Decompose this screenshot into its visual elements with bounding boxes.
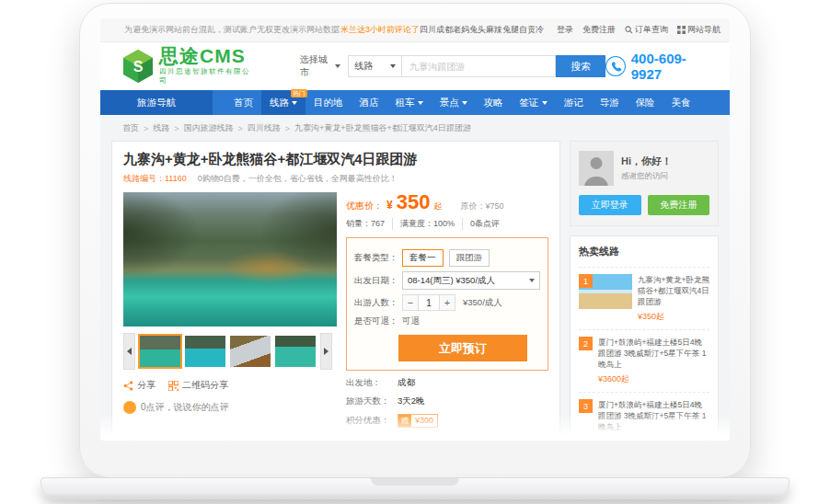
thumbs-next-button[interactable]: [320, 333, 332, 370]
breadcrumb: 首页 > 线路 > 国内旅游线路 > 四川线路 > 九寨沟+黄龙+卧龙熊猫谷+都…: [100, 115, 730, 141]
nav-item-routes[interactable]: 线路 热门: [261, 90, 305, 115]
announcement-text[interactable]: 四川成都老妈兔头麻辣兔腿自贡冷: [420, 25, 544, 34]
package-option-selected[interactable]: 套餐一: [402, 249, 444, 267]
nav-item-home[interactable]: 首页: [225, 90, 261, 115]
nav-item-car-rental[interactable]: 租车: [387, 90, 432, 115]
trip-duration: 3天2晚: [398, 395, 425, 407]
city-selector[interactable]: 选择城市: [300, 53, 341, 79]
hot-routes-card: 热卖线路 1 九寨沟+黄龙+卧龙熊猫谷+都江堰双汽4日跟团游 ¥350起: [570, 235, 719, 441]
chevron-down-icon: [542, 101, 548, 105]
avatar: [579, 151, 614, 186]
more-link[interactable]: 更多>: [534, 434, 548, 441]
review-count[interactable]: 0条点评: [462, 218, 507, 230]
thumbnail-4[interactable]: [275, 336, 316, 367]
chevron-down-icon: [292, 101, 297, 105]
announcement-highlight: 米兰达3小时前评论了: [340, 25, 420, 34]
phone-icon: [605, 56, 626, 76]
arrow-left-icon: [127, 348, 132, 355]
search-zone: 选择城市 线路 搜索: [300, 53, 606, 79]
hot-route-item[interactable]: 1 九寨沟+黄龙+卧龙熊猫谷+都江堰双汽4日跟团游 ¥350起: [579, 267, 709, 329]
chevron-down-icon: [529, 279, 535, 282]
breadcrumb-sichuan[interactable]: 四川线路: [248, 122, 281, 134]
brand-logo[interactable]: S 思途CMS 四川思途智旅软件有限公司: [122, 47, 256, 86]
nav-item-visa[interactable]: 签证: [512, 90, 556, 115]
thumbnail-2[interactable]: [185, 336, 225, 367]
plus-button[interactable]: +: [439, 294, 455, 311]
thumbnail-1[interactable]: [140, 336, 180, 367]
register-link[interactable]: 免费注册: [582, 24, 616, 36]
group-cashback-chip-1[interactable]: 3人拼成返50元: [398, 439, 459, 441]
logo-hexagon-icon: S: [122, 49, 154, 84]
route-slogan: 0购物0自费，一价全包，省心省钱，全网最高性价比！: [198, 173, 398, 185]
laptop-frame: 为避免演示网站前台混乱，测试账户无权更改演示网站数据！演示网站数据不全最终效 米…: [79, 3, 751, 478]
arrow-right-icon: [324, 348, 329, 355]
laptop-base-notch: [371, 478, 459, 486]
svg-text:S: S: [133, 59, 144, 74]
rank-badge: 2: [579, 337, 593, 350]
nav-item-hotels[interactable]: 酒店: [352, 90, 387, 115]
departure-city: 成都: [398, 377, 415, 389]
hot-route-price: ¥3600起: [598, 373, 709, 385]
breadcrumb-current: 九寨沟+黄龙+卧龙熊猫谷+都江堰双汽4日跟团游: [294, 122, 471, 134]
breadcrumb-routes[interactable]: 线路: [153, 122, 169, 134]
announcement: 米兰达3小时前评论了四川成都老妈兔头麻辣兔腿自贡冷: [340, 24, 544, 36]
breadcrumb-home[interactable]: 首页: [122, 122, 139, 134]
hot-route-item[interactable]: 2 厦门+鼓浪屿+福建土楼5日4晚跟团游 3晚威斯汀+5星下午茶 1晚岛上 ¥3…: [579, 329, 709, 392]
share-link[interactable]: 分享: [123, 379, 156, 392]
nav-item-attractions[interactable]: 景点: [432, 90, 476, 115]
nav-item-destinations[interactable]: 目的地: [305, 90, 352, 115]
login-button[interactable]: 立即登录: [579, 195, 641, 215]
traveler-count[interactable]: 1: [419, 294, 439, 311]
order-query-link[interactable]: 订单查询: [625, 24, 668, 36]
hot-route-price: ¥350起: [638, 311, 709, 323]
nav-item-food[interactable]: 美食: [663, 90, 699, 115]
review-teaser[interactable]: 0点评，说说你的点评: [123, 401, 337, 414]
group-cashback-chip-2[interactable]: 5人拼成返100元: [463, 439, 528, 441]
phone-number[interactable]: 400-609-9927: [631, 51, 715, 82]
login-link[interactable]: 登录: [557, 24, 573, 36]
sales-stats: 销量：767 满意度：100% 0条点评: [346, 218, 548, 230]
departure-date-select[interactable]: 08-14(周三) ¥350/成人: [402, 271, 540, 290]
hot-route-thumbnail[interactable]: 1: [579, 274, 632, 309]
share-row: 分享 二维码分享: [123, 379, 337, 392]
utility-bar: 为避免演示网站前台混乱，测试账户无权更改演示网站数据！演示网站数据不全最终效 米…: [100, 18, 730, 42]
thumbnail-3[interactable]: [230, 336, 271, 367]
nav-item-guides[interactable]: 攻略: [476, 90, 512, 115]
nav-item-travelogues[interactable]: 游记: [556, 90, 592, 115]
minus-button[interactable]: −: [402, 294, 419, 311]
search-button[interactable]: 搜索: [556, 55, 605, 77]
per-person-price: ¥350/成人: [463, 297, 502, 309]
rank-badge: 3: [579, 399, 593, 413]
product-card: 九寨沟+黄龙+卧龙熊猫谷+都江堰双汽4日跟团游 线路编号：11160 0购物0自…: [111, 141, 560, 441]
thumbnail-strip: [123, 333, 337, 370]
browser-viewport: 为避免演示网站前台混乱，测试账户无权更改演示网站数据！演示网站数据不全最终效 米…: [100, 18, 730, 441]
utility-links: 登录 免费注册 订单查询 网站导航: [557, 24, 720, 36]
quantity-stepper: − 1 +: [402, 294, 455, 311]
rank-badge: 1: [579, 274, 593, 288]
nav-item-tour-guides[interactable]: 导游: [592, 90, 628, 115]
qr-share-link[interactable]: 二维码分享: [168, 379, 228, 392]
hot-route-item[interactable]: 3 厦门+鼓浪屿+福建土楼5日4晚跟团游 3晚威斯汀+5星下午茶 1晚岛上 电询: [579, 392, 709, 441]
register-button[interactable]: 免费注册: [648, 195, 710, 215]
hotline: 400-609-9927: [605, 51, 715, 82]
qr-code-icon: [168, 381, 179, 391]
breadcrumb-domestic[interactable]: 国内旅游线路: [184, 122, 234, 134]
main-nav: 旅游导航 首页 线路 热门 目的地 酒店 租车 景点: [100, 90, 730, 115]
chevron-down-icon: [418, 101, 423, 105]
search-category-select[interactable]: 线路: [348, 55, 401, 77]
company-name: 四川思途智旅软件有限公司: [159, 67, 256, 86]
nav-item-insurance[interactable]: 保险: [628, 90, 663, 115]
sidebar: Hi，你好！ 感谢您的访问 立即登录 免费注册 热卖线路: [570, 141, 719, 441]
laptop-mockup: 为避免演示网站前台混乱，测试账户无权更改演示网站数据！演示网站数据不全最终效 米…: [0, 0, 830, 504]
main-photo[interactable]: [123, 192, 337, 326]
package-option-group[interactable]: 跟团游: [449, 249, 490, 267]
thumbs-prev-button[interactable]: [123, 333, 135, 370]
booking-panel: 优惠价： ¥ 350 起 原价：¥750 销量：767 满意度：100% 0条点: [346, 192, 548, 441]
hot-routes-title: 热卖线路: [579, 245, 709, 258]
grid-icon: [677, 26, 686, 34]
site-nav-link[interactable]: 网站导航: [677, 24, 720, 36]
nav-travel-guide[interactable]: 旅游导航: [100, 90, 213, 115]
search-input[interactable]: [401, 55, 556, 77]
book-now-button[interactable]: 立即预订: [398, 335, 527, 361]
sales-count: 销量：767: [346, 218, 392, 230]
